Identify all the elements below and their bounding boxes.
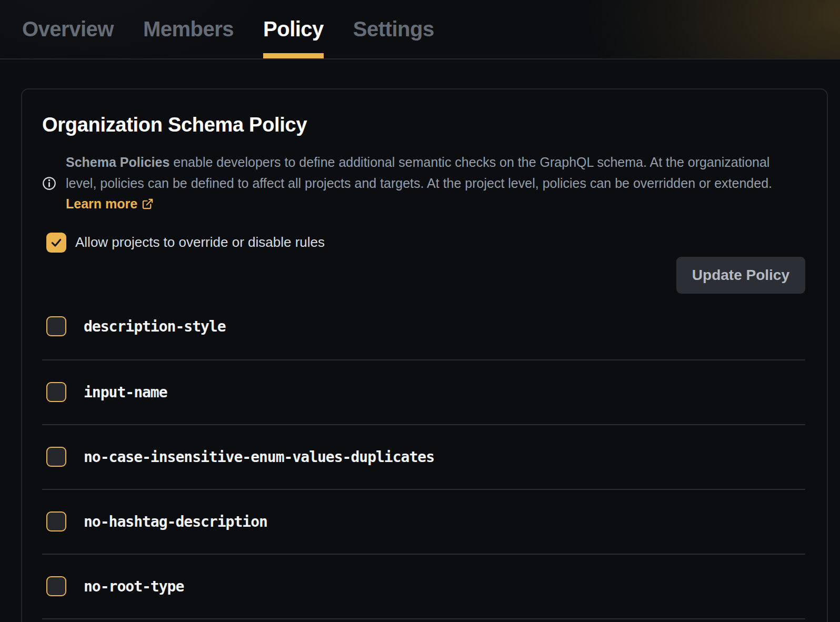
active-tab-indicator (263, 53, 324, 58)
rules-list: description-style input-name no-case-ins… (42, 294, 805, 619)
rule-checkbox[interactable] (46, 316, 66, 336)
learn-more-label: Learn more (66, 196, 137, 211)
button-row: Update Policy (42, 257, 805, 294)
allow-override-checkbox[interactable] (46, 233, 66, 253)
info-text-lead: Schema Policies (66, 155, 169, 169)
rule-name: no-case-insensitive-enum-values-duplicat… (84, 448, 434, 466)
rule-name: description-style (84, 318, 226, 335)
tab-policy[interactable]: Policy (263, 0, 324, 58)
policy-card: Organization Schema Policy Schema Polici… (21, 88, 828, 622)
allow-override-row: Allow projects to override or disable ru… (42, 233, 805, 253)
info-text: Schema Policies enable developers to def… (66, 152, 788, 215)
rule-row: no-hashtag-description (42, 490, 805, 555)
learn-more-link[interactable]: Learn more (66, 196, 154, 211)
rule-name: input-name (84, 384, 167, 401)
rule-checkbox[interactable] (46, 447, 66, 467)
allow-override-label: Allow projects to override or disable ru… (75, 234, 325, 250)
rule-checkbox[interactable] (46, 576, 66, 596)
tab-settings[interactable]: Settings (353, 0, 434, 58)
page-title: Organization Schema Policy (42, 114, 805, 136)
external-link-icon (142, 198, 154, 210)
tab-policy-label: Policy (263, 17, 324, 41)
rule-checkbox[interactable] (46, 382, 66, 402)
update-policy-button[interactable]: Update Policy (676, 257, 805, 294)
rule-row: no-root-type (42, 555, 805, 619)
rule-row: input-name (42, 360, 805, 425)
info-text-body: enable developers to define additional s… (66, 155, 772, 190)
tab-members-label: Members (143, 17, 234, 41)
rule-row: no-case-insensitive-enum-values-duplicat… (42, 425, 805, 490)
tab-bar: Overview Members Policy Settings (0, 0, 840, 59)
rule-name: no-root-type (84, 578, 184, 595)
tab-members[interactable]: Members (143, 0, 234, 58)
tab-settings-label: Settings (353, 17, 434, 41)
info-callout: Schema Policies enable developers to def… (42, 152, 805, 215)
rule-row: description-style (42, 294, 805, 360)
info-icon (42, 176, 56, 190)
rule-name: no-hashtag-description (84, 513, 267, 530)
tab-overview[interactable]: Overview (22, 0, 114, 58)
rule-checkbox[interactable] (46, 511, 66, 531)
checkmark-icon (49, 236, 63, 249)
tab-overview-label: Overview (22, 17, 114, 41)
